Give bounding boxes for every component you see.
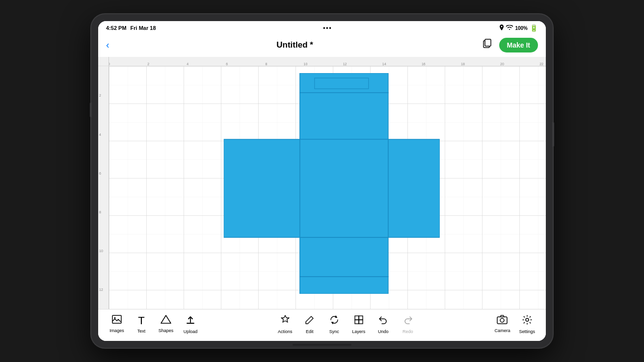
svg-rect-11 — [300, 277, 388, 294]
ruler-mark-10: 10 — [304, 62, 308, 66]
volume-button — [90, 103, 92, 117]
sync-label: Sync — [329, 329, 339, 334]
more-dots: ••• — [323, 25, 332, 31]
svg-rect-7 — [224, 139, 300, 237]
svg-rect-10 — [300, 237, 388, 277]
svg-rect-8 — [300, 139, 388, 237]
vruler-mark-12: 12 — [99, 288, 103, 291]
images-label: Images — [109, 328, 124, 333]
toolbar-text[interactable]: T Text — [131, 312, 152, 336]
toolbar-shapes[interactable]: Shapes — [155, 312, 177, 336]
shapes-icon — [161, 314, 171, 327]
location-icon — [499, 25, 504, 31]
ruler-mark-14: 14 — [382, 62, 386, 66]
settings-label: Settings — [519, 329, 535, 334]
ruler-corner — [98, 57, 109, 66]
ruler-mark-6: 6 — [226, 62, 228, 66]
ruler-mark-8: 8 — [265, 62, 267, 66]
make-it-button[interactable]: Make It — [499, 38, 538, 52]
toolbar-undo[interactable]: Undo — [373, 312, 394, 336]
power-button — [552, 122, 554, 147]
vertical-ruler: 2 4 6 8 10 12 — [98, 66, 109, 309]
svg-rect-21 — [355, 320, 359, 324]
svg-rect-22 — [359, 320, 363, 324]
svg-rect-6 — [300, 93, 388, 139]
shapes-label: Shapes — [159, 328, 174, 333]
svg-rect-1 — [485, 39, 491, 46]
redo-label: Redo — [402, 329, 413, 334]
toolbar-camera[interactable]: Camera — [491, 312, 513, 336]
svg-rect-19 — [355, 316, 359, 320]
canvas[interactable] — [109, 66, 546, 309]
document-title: Untitled * — [276, 40, 313, 50]
svg-point-25 — [526, 318, 529, 321]
back-button[interactable]: ‹ — [106, 39, 109, 51]
date: Fri Mar 18 — [131, 25, 156, 31]
toolbar-left-group: Images T Text Shapes — [106, 312, 201, 336]
images-icon — [111, 314, 122, 327]
bottom-toolbar: Images T Text Shapes — [98, 309, 546, 341]
upload-icon — [185, 314, 196, 328]
ruler-mark-2: 2 — [147, 62, 149, 66]
svg-marker-17 — [161, 315, 171, 323]
battery-icon: 🔋 — [530, 24, 538, 32]
battery-label: 100% — [515, 26, 528, 31]
text-icon: T — [138, 314, 144, 327]
svg-point-24 — [500, 318, 504, 322]
edit-label: Edit — [306, 329, 314, 334]
document-options-button[interactable] — [481, 37, 494, 53]
svg-point-16 — [114, 317, 116, 319]
device-frame: 4:52 PM Fri Mar 18 ••• 100% 🔋 ‹ — [91, 14, 553, 348]
ruler-mark-18: 18 — [461, 62, 465, 66]
undo-icon — [378, 314, 389, 328]
top-bar: ‹ Untitled * Make It — [98, 34, 546, 57]
status-bar: 4:52 PM Fri Mar 18 ••• 100% 🔋 — [98, 21, 546, 34]
layers-icon — [353, 314, 364, 328]
camera-icon — [497, 314, 508, 327]
toolbar-actions[interactable]: Actions — [274, 312, 296, 336]
ruler-mark-4: 4 — [187, 62, 188, 66]
vruler-mark-4: 4 — [99, 132, 101, 136]
horizontal-ruler: 0 2 4 6 8 10 12 14 16 18 20 22 — [109, 57, 546, 66]
canvas-area: 2 4 6 8 10 12 — [98, 66, 546, 309]
vruler-mark-8: 8 — [99, 210, 101, 214]
time: 4:52 PM — [106, 25, 127, 31]
toolbar-center-group: Actions Edit — [274, 312, 419, 336]
edit-icon — [304, 314, 315, 328]
redo-icon — [402, 314, 413, 328]
actions-icon — [280, 314, 291, 328]
svg-rect-20 — [359, 316, 363, 320]
settings-icon — [522, 314, 533, 328]
ruler-mark-20: 20 — [500, 62, 504, 66]
top-right-actions: Make It — [481, 37, 538, 53]
ruler-mark-16: 16 — [422, 62, 426, 66]
toolbar-images[interactable]: Images — [106, 312, 128, 336]
toolbar-sync[interactable]: Sync — [323, 312, 345, 336]
vruler-mark-10: 10 — [99, 249, 103, 253]
horizontal-ruler-row: 0 2 4 6 8 10 12 14 16 18 20 22 — [98, 57, 546, 66]
camera-label: Camera — [494, 328, 510, 333]
toolbar-settings[interactable]: Settings — [516, 312, 538, 336]
actions-label: Actions — [278, 329, 293, 334]
vruler-mark-6: 6 — [99, 171, 101, 175]
upload-label: Upload — [184, 329, 198, 334]
toolbar-layers[interactable]: Layers — [348, 312, 370, 336]
ruler-mark-22: 22 — [539, 62, 543, 66]
toolbar-upload[interactable]: Upload — [180, 312, 201, 336]
undo-label: Undo — [378, 329, 389, 334]
text-label: Text — [137, 329, 146, 334]
svg-rect-9 — [388, 139, 440, 237]
svg-rect-23 — [497, 317, 507, 324]
svg-rect-4 — [300, 73, 388, 93]
wifi-icon — [506, 25, 513, 31]
ruler-mark-0: 0 — [109, 62, 110, 66]
back-chevron-icon: ‹ — [106, 39, 109, 51]
toolbar-redo[interactable]: Redo — [397, 312, 419, 336]
vruler-mark-2: 2 — [99, 94, 101, 97]
design-shape[interactable] — [224, 73, 440, 294]
device-screen: 4:52 PM Fri Mar 18 ••• 100% 🔋 ‹ — [98, 21, 546, 341]
toolbar-edit[interactable]: Edit — [299, 312, 321, 336]
toolbar-right-group: Camera Settings — [491, 312, 538, 336]
sync-icon — [329, 314, 340, 328]
layers-label: Layers — [352, 329, 365, 334]
